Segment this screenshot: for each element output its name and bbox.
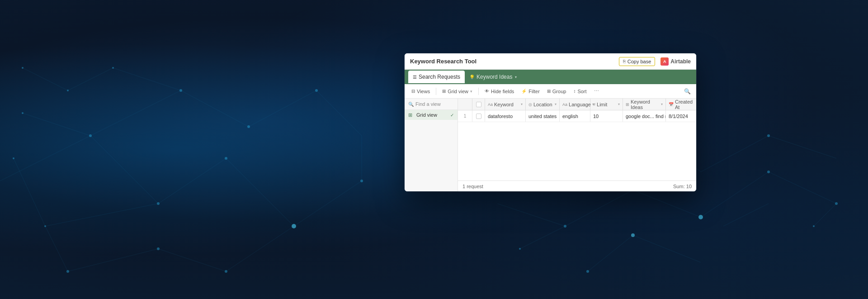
group-button[interactable]: ⊞ Group xyxy=(544,87,570,95)
tab-keyword-ideas-icon: 💡 xyxy=(469,75,475,80)
svg-point-61 xyxy=(767,134,770,137)
hide-fields-label: Hide fields xyxy=(491,89,514,94)
sidebar-item-grid-view[interactable]: ⊞ Grid view ✓ xyxy=(405,110,458,120)
svg-point-37 xyxy=(157,202,160,205)
sort-button[interactable]: ↕ Sort xyxy=(570,87,590,95)
sidebar-grid-view-label: Grid view xyxy=(416,112,437,118)
more-button[interactable]: ⋯ xyxy=(591,87,602,95)
tab-keyword-ideas[interactable]: 💡 Keyword Ideas ▾ xyxy=(465,71,521,83)
svg-line-9 xyxy=(249,90,316,127)
td-location[interactable]: united states xyxy=(526,110,560,122)
copy-base-button[interactable]: ⎘ Copy base xyxy=(619,57,656,66)
sidebar-check-icon: ✓ xyxy=(450,113,454,118)
svg-line-33 xyxy=(723,204,769,226)
table-header: Aa Keyword ▾ ◎ Location ▾ Aa Language ▾ … xyxy=(458,99,696,110)
th-location-icon: ◎ xyxy=(528,102,532,107)
row-checkbox[interactable] xyxy=(476,114,481,119)
th-created-at-label: Created At xyxy=(675,99,695,110)
th-location[interactable]: ◎ Location ▾ xyxy=(526,99,560,110)
svg-line-22 xyxy=(633,190,701,217)
svg-line-23 xyxy=(701,172,769,217)
svg-line-13 xyxy=(158,249,226,271)
th-created-at-icon: 📅 xyxy=(669,102,674,107)
svg-line-8 xyxy=(181,90,249,127)
find-view-input[interactable]: 🔍 Find a view xyxy=(405,99,458,110)
td-keyword[interactable]: dataforesto xyxy=(485,110,526,122)
td-limit[interactable]: 10 xyxy=(590,110,623,122)
group-label: Group xyxy=(552,89,566,94)
svg-point-63 xyxy=(586,270,589,273)
svg-line-32 xyxy=(633,235,701,262)
svg-point-65 xyxy=(292,224,296,228)
svg-point-44 xyxy=(247,125,250,128)
svg-point-38 xyxy=(225,157,227,160)
td-row-num: 1 xyxy=(458,110,472,122)
td-language[interactable]: english xyxy=(560,110,590,122)
airtable-logo: A Airtable xyxy=(660,57,691,66)
copy-icon: ⎘ xyxy=(623,59,626,64)
td-keyword-ideas[interactable]: google doc... find my device... xyxy=(623,110,666,122)
svg-line-12 xyxy=(68,249,158,271)
cell-location: united states xyxy=(528,114,557,119)
group-icon: ⊞ xyxy=(547,89,551,94)
more-label: ⋯ xyxy=(594,88,599,94)
find-view-placeholder: Find a view xyxy=(415,101,441,107)
svg-line-16 xyxy=(68,68,113,90)
svg-line-21 xyxy=(565,190,633,226)
svg-point-67 xyxy=(631,233,635,237)
copy-base-label: Copy base xyxy=(627,59,651,64)
th-created-at[interactable]: 📅 Created At ▾ xyxy=(666,99,696,110)
th-location-arrow: ▾ xyxy=(555,102,557,106)
svg-point-51 xyxy=(13,157,14,159)
svg-point-49 xyxy=(67,90,69,91)
sidebar: 🔍 Find a view ⊞ Grid view ✓ xyxy=(405,99,458,191)
th-keyword-ideas-label: Keyword Ideas xyxy=(631,99,660,110)
airtable-window: Keyword Research Tool ⎘ Copy base A Airt… xyxy=(405,53,696,191)
svg-line-10 xyxy=(316,90,362,136)
th-language[interactable]: Aa Language ▾ xyxy=(560,99,590,110)
th-keyword-ideas[interactable]: ⊞ Keyword Ideas ▾ xyxy=(623,99,666,110)
svg-point-53 xyxy=(564,225,566,228)
tab-keyword-ideas-label: Keyword Ideas xyxy=(476,74,512,80)
svg-line-3 xyxy=(226,158,294,226)
svg-line-19 xyxy=(45,226,68,271)
cell-created-at: 8/1/2024 xyxy=(669,114,688,119)
views-button[interactable]: ⊟ Views xyxy=(408,87,433,95)
th-keyword[interactable]: Aa Keyword ▾ xyxy=(485,99,526,110)
header-checkbox[interactable] xyxy=(476,102,481,107)
svg-point-47 xyxy=(225,270,227,273)
svg-line-30 xyxy=(520,226,565,249)
th-keyword-arrow: ▾ xyxy=(521,102,523,106)
tab-search-requests[interactable]: ☰ Search Requests xyxy=(408,71,465,83)
table-container: Aa Keyword ▾ ◎ Location ▾ Aa Language ▾ … xyxy=(458,99,696,191)
th-limit[interactable]: # Limit ▾ xyxy=(590,99,623,110)
status-bar: 1 request Sum: 10 xyxy=(458,180,696,191)
th-language-label: Language xyxy=(569,102,591,107)
th-keyword-ideas-icon: ⊞ xyxy=(626,102,629,107)
grid-view-button[interactable]: ⊞ Grid view ▾ xyxy=(439,87,476,95)
svg-line-28 xyxy=(701,136,769,172)
td-created-at[interactable]: 8/1/2024 xyxy=(666,110,696,122)
cell-keyword-ideas: google doc... find my device... xyxy=(626,114,666,119)
svg-point-42 xyxy=(44,225,46,227)
search-icon[interactable]: 🔍 xyxy=(682,86,693,96)
svg-line-7 xyxy=(90,90,181,136)
td-checkbox[interactable] xyxy=(472,110,485,122)
grid-view-label: Grid view xyxy=(448,89,468,94)
hide-fields-button[interactable]: 👁 Hide fields xyxy=(481,87,517,95)
grid-view-icon: ⊞ xyxy=(442,89,446,94)
filter-button[interactable]: ⚡ Filter xyxy=(518,87,542,95)
svg-point-57 xyxy=(835,202,838,205)
svg-point-50 xyxy=(112,67,114,69)
svg-point-45 xyxy=(315,89,318,92)
svg-line-20 xyxy=(497,204,565,226)
th-checkbox[interactable] xyxy=(472,99,485,110)
status-left: 1 request xyxy=(462,184,483,189)
svg-point-41 xyxy=(22,112,24,114)
th-limit-label: Limit xyxy=(597,102,607,107)
table-row[interactable]: 1 dataforesto united states english xyxy=(458,110,696,122)
svg-point-43 xyxy=(179,89,182,92)
svg-point-52 xyxy=(157,247,160,250)
toolbar-separator-2 xyxy=(478,88,479,95)
title-bar: Keyword Research Tool ⎘ Copy base A Airt… xyxy=(405,53,696,70)
